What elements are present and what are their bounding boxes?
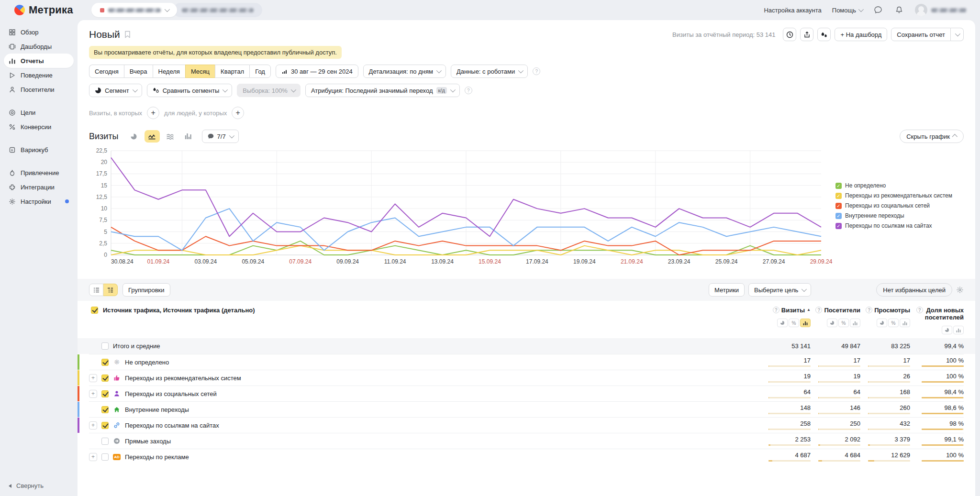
- table-row[interactable]: +Переходы из социальных сетей646416898,4…: [89, 386, 964, 401]
- legend-item[interactable]: ✓Переходы из рекомендательных систем: [835, 192, 953, 199]
- sidebar-item-overview[interactable]: Обзор: [4, 25, 74, 39]
- tree-view-button[interactable]: [103, 284, 118, 296]
- visits-bars-toggle[interactable]: [800, 319, 811, 327]
- table-row[interactable]: Итого и средние53 14149 84783 22599,4 %: [78, 338, 975, 354]
- sidebar-item-conversions[interactable]: Конверсии: [4, 120, 74, 134]
- period-yesterday[interactable]: Вчера: [124, 65, 153, 78]
- data-mode-dropdown[interactable]: Данные: с роботами: [451, 65, 528, 78]
- comments-dropdown[interactable]: 7/7: [202, 130, 239, 143]
- visitors-bars-toggle[interactable]: [850, 319, 860, 327]
- user-account[interactable]: [915, 4, 967, 16]
- row-checkbox[interactable]: [101, 359, 109, 366]
- metric-help-icon[interactable]: ?: [866, 307, 872, 313]
- table-row[interactable]: +ADПереходы по рекламе4 6874 68412 62910…: [89, 449, 964, 464]
- groupings-button[interactable]: Группировки: [122, 283, 170, 297]
- visits-percent-toggle[interactable]: %: [789, 319, 799, 327]
- add-to-dashboard-button[interactable]: + На дашборд: [835, 28, 887, 41]
- metric-help-icon[interactable]: ?: [916, 307, 923, 313]
- row-checkbox[interactable]: [101, 453, 109, 461]
- chart-type-line-button[interactable]: [145, 130, 160, 143]
- sidebar-item-dashboards[interactable]: Дашборды: [4, 39, 74, 54]
- table-row[interactable]: ❋Не определено171717100 %: [89, 354, 964, 370]
- save-report-dropdown[interactable]: [951, 28, 964, 41]
- table-row[interactable]: Внутренние переходы14814626098,6 %: [89, 401, 964, 417]
- chart-type-area-button[interactable]: [163, 130, 178, 143]
- share-pie-toggle[interactable]: [942, 326, 952, 334]
- sidebar-item-visitors[interactable]: Посетители: [4, 82, 74, 97]
- column-header-new-share[interactable]: Доля новых посетителей: [925, 307, 964, 321]
- views-percent-toggle[interactable]: %: [888, 319, 899, 327]
- row-checkbox[interactable]: [101, 438, 109, 445]
- sidebar-collapse-button[interactable]: Свернуть: [4, 482, 74, 489]
- compare-segments-dropdown[interactable]: Сравнить сегменты: [147, 84, 233, 97]
- bookmark-icon[interactable]: [124, 31, 131, 38]
- views-bars-toggle[interactable]: [900, 319, 910, 327]
- expand-row-button[interactable]: +: [89, 421, 97, 430]
- table-row[interactable]: Прямые заходы2 2532 0923 37999,1 %: [89, 433, 964, 449]
- segment-dropdown[interactable]: Сегмент: [89, 84, 142, 97]
- metrics-button[interactable]: Метрики: [709, 283, 745, 297]
- legend-item[interactable]: ✓Не определено: [835, 182, 953, 189]
- dimension-select-all-checkbox[interactable]: [91, 307, 98, 314]
- visits-pie-toggle[interactable]: [777, 319, 788, 327]
- help-question-icon[interactable]: ?: [465, 87, 472, 94]
- sidebar-item-variocube[interactable]: Вариокуб: [4, 143, 74, 157]
- detalization-dropdown[interactable]: Детализация: по дням: [363, 65, 446, 78]
- row-checkbox[interactable]: [101, 406, 109, 413]
- sidebar-item-integrations[interactable]: Интеграции: [4, 180, 74, 194]
- metric-help-icon[interactable]: ?: [773, 307, 780, 313]
- help-question-icon[interactable]: ?: [533, 67, 540, 75]
- expand-row-button[interactable]: +: [89, 390, 97, 398]
- share-bars-toggle[interactable]: [953, 326, 964, 334]
- export-button[interactable]: [800, 28, 813, 41]
- period-week[interactable]: Неделя: [153, 65, 185, 78]
- table-row[interactable]: +Переходы из рекомендательных систем1919…: [89, 370, 964, 386]
- history-button[interactable]: [783, 28, 796, 41]
- expand-row-button[interactable]: +: [89, 374, 97, 382]
- row-checkbox[interactable]: [101, 375, 109, 382]
- sidebar-item-reports[interactable]: Отчеты: [4, 54, 74, 68]
- metric-help-icon[interactable]: ?: [815, 307, 822, 313]
- expand-row-button[interactable]: +: [89, 453, 97, 461]
- visitors-percent-toggle[interactable]: %: [838, 319, 849, 327]
- legend-item[interactable]: ✓Внутренние переходы: [835, 212, 953, 219]
- chart-type-pie-button[interactable]: [126, 130, 142, 143]
- counter-tab-current[interactable]: [91, 3, 177, 17]
- account-settings-link[interactable]: Настройка аккаунта: [764, 7, 821, 14]
- counter-tab-secondary[interactable]: [173, 3, 262, 17]
- chart-type-columns-button[interactable]: [181, 130, 196, 143]
- sidebar-item-goals[interactable]: Цели: [4, 105, 74, 120]
- sidebar-item-behavior[interactable]: Поведение: [4, 68, 74, 82]
- choose-goal-dropdown[interactable]: Выберите цель: [748, 283, 811, 297]
- notifications-bell-icon[interactable]: [894, 5, 904, 15]
- column-header-visitors[interactable]: Посетители: [824, 307, 860, 314]
- period-quarter[interactable]: Квартал: [215, 65, 249, 78]
- sidebar-item-settings[interactable]: Настройки: [4, 194, 74, 209]
- column-header-views[interactable]: Просмотры: [874, 307, 910, 314]
- table-row[interactable]: +Переходы по ссылкам на сайтах2582504329…: [89, 417, 964, 433]
- period-year[interactable]: Год: [249, 65, 271, 78]
- save-report-button[interactable]: Сохранить отчет: [891, 28, 951, 41]
- metrika-logo[interactable]: Метрика: [14, 4, 73, 16]
- row-checkbox[interactable]: [101, 342, 109, 350]
- feedback-chat-icon[interactable]: [873, 5, 883, 15]
- date-range-button[interactable]: 30 авг — 29 сен 2024: [276, 65, 358, 78]
- row-checkbox[interactable]: [101, 422, 109, 429]
- attribution-dropdown[interactable]: Атрибуция: Последний значимый переход к/…: [305, 84, 460, 97]
- no-goals-button[interactable]: Нет избранных целей: [876, 283, 952, 297]
- table-settings-gear-icon[interactable]: [956, 286, 964, 294]
- sampling-dropdown[interactable]: Выборка: 100%: [237, 84, 301, 97]
- sidebar-item-acquisition[interactable]: Привлечение: [4, 165, 74, 180]
- period-today[interactable]: Сегодня: [89, 65, 124, 78]
- hide-chart-button[interactable]: Скрыть график: [900, 130, 964, 143]
- legend-item[interactable]: ✓Переходы из социальных сетей: [835, 202, 953, 209]
- period-month[interactable]: Месяц: [185, 65, 215, 78]
- legend-item[interactable]: ✓Переходы по ссылкам на сайтах: [835, 222, 953, 229]
- row-checkbox[interactable]: [101, 390, 109, 397]
- visitors-pie-toggle[interactable]: [827, 319, 837, 327]
- add-visits-filter-button[interactable]: +: [147, 107, 159, 119]
- help-menu[interactable]: Помощь: [832, 7, 862, 14]
- column-header-visits[interactable]: Визиты: [781, 307, 805, 314]
- views-pie-toggle[interactable]: [877, 319, 887, 327]
- flat-list-view-button[interactable]: [89, 284, 103, 296]
